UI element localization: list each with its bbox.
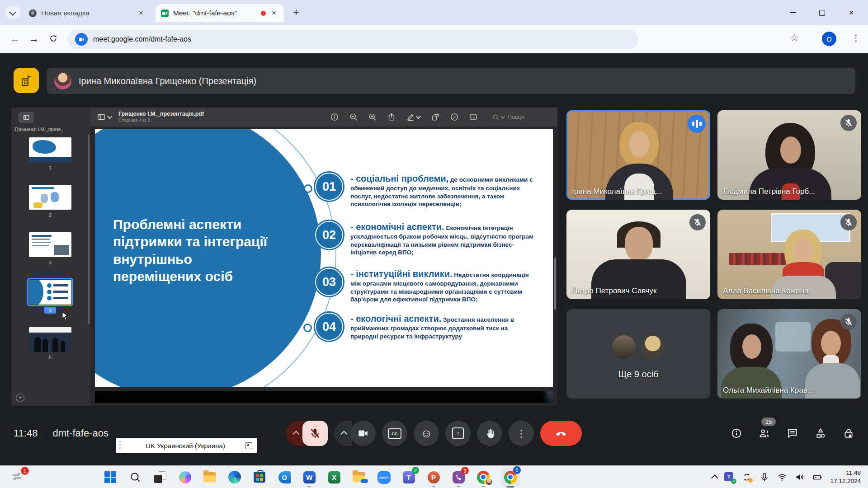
sidebar-zoom-icon[interactable]: +: [16, 394, 24, 402]
participant-tile-liudmyla[interactable]: Людмила Петрівна Горб...: [717, 110, 861, 200]
taskbar-zoom-button[interactable]: zoom: [377, 470, 391, 484]
tray-microphone-icon[interactable]: [760, 472, 769, 482]
taskbar-excel-button[interactable]: X: [327, 470, 341, 484]
more-participants-tile[interactable]: Ще 9 осіб: [566, 309, 710, 399]
pdf-search-field[interactable]: Пошук: [492, 114, 551, 121]
zoom-out-icon[interactable]: [349, 113, 358, 122]
windows-taskbar: 1: [0, 465, 868, 488]
participant-tile-petro[interactable]: Петро Петрович Савчук: [566, 210, 710, 299]
draw-icon[interactable]: [450, 113, 459, 122]
tab-close-icon[interactable]: ×: [269, 9, 278, 18]
tray-battery-icon[interactable]: [812, 472, 822, 482]
reactions-button[interactable]: ☺: [414, 421, 439, 446]
pdf-scrollbar[interactable]: [554, 258, 556, 310]
participants-button[interactable]: 15: [759, 427, 770, 439]
tray-wifi-icon[interactable]: [777, 472, 787, 482]
info-icon[interactable]: [330, 113, 339, 122]
taskbar-widgets-button[interactable]: 1: [10, 469, 26, 485]
participant-tile-olha[interactable]: Ольга Михайлівна Крав...: [717, 309, 861, 399]
pdf-thumbnail-3[interactable]: 3: [28, 232, 73, 266]
pdf-thumbnail-5[interactable]: 5: [28, 327, 73, 361]
meeting-code: dmt-fafe-aos: [52, 427, 108, 439]
new-tab-button[interactable]: +: [293, 6, 299, 18]
search-icon: [129, 471, 141, 483]
taskbar-start-button[interactable]: [103, 470, 118, 484]
taskbar-task-view-button[interactable]: [153, 470, 167, 484]
activities-button[interactable]: [815, 427, 826, 439]
pdf-thumbnail-2[interactable]: 2: [28, 185, 73, 219]
taskbar-store-button[interactable]: [252, 470, 267, 484]
browser-profile-avatar[interactable]: О: [822, 32, 836, 46]
windows-logo-icon: [104, 471, 116, 483]
taskbar-search-button[interactable]: [128, 470, 142, 484]
present-screen-button[interactable]: ↑: [445, 421, 471, 446]
rotate-icon[interactable]: [431, 113, 440, 122]
taskbar-powerpoint-button[interactable]: P: [426, 470, 441, 484]
pdf-sidebar-filename: Грищенко І.М._презе...: [15, 127, 86, 132]
raise-hand-button[interactable]: [477, 421, 502, 446]
avatar: [641, 335, 665, 359]
address-bar[interactable]: meet.google.com/dmt-fafe-aos: [68, 30, 638, 49]
mic-toggle-button[interactable]: [302, 421, 328, 446]
participant-tile-alla[interactable]: Алла Василівна Кожина: [717, 210, 861, 299]
forward-button[interactable]: →: [29, 33, 39, 45]
bookmark-star-icon[interactable]: ☆: [790, 33, 799, 43]
keyboard-layout-icon[interactable]: [245, 442, 252, 449]
tray-teams-icon[interactable]: T ✓: [724, 472, 734, 482]
pdf-thumbnail-4-selected[interactable]: 4: [28, 280, 73, 314]
page-number: 5: [47, 355, 54, 360]
leave-call-button[interactable]: [540, 421, 582, 446]
taskbar-clock[interactable]: 11:48 17.12.2024: [830, 469, 861, 485]
pdf-thumbnail-1[interactable]: 1: [28, 137, 73, 171]
mic-options-chevron[interactable]: [286, 421, 304, 446]
tab-close-icon[interactable]: ×: [137, 9, 146, 18]
camera-in-use-icon[interactable]: [75, 33, 88, 46]
taskbar-outlook-button[interactable]: O: [277, 470, 292, 484]
taskbar-chrome-profile1-button[interactable]: [476, 470, 491, 484]
thumbnail-preview: [29, 232, 71, 257]
participant-tile-iryna[interactable]: Ірина Миколаївна Грищ...: [566, 110, 710, 200]
drag-handle-icon[interactable]: [119, 441, 121, 450]
taskbar-file-explorer-button[interactable]: [203, 470, 217, 484]
taskbar-viber-button[interactable]: 3: [451, 470, 466, 484]
window-close-button[interactable]: ×: [844, 7, 858, 18]
tray-sync-icon[interactable]: [742, 472, 752, 482]
camera-options-chevron[interactable]: [334, 421, 352, 446]
taskbar-teams-button[interactable]: T ✓: [401, 470, 416, 484]
taskbar-word-button[interactable]: W: [302, 470, 316, 484]
taskbar-onedrive-button[interactable]: [352, 470, 366, 484]
captions-button[interactable]: CC: [382, 421, 407, 446]
window-maximize-button[interactable]: [815, 7, 829, 18]
pdf-sidebar-toggle[interactable]: [97, 113, 112, 122]
taskbar-copilot-button[interactable]: [178, 470, 192, 484]
tray-expand-chevron-icon[interactable]: [712, 474, 719, 482]
tab-title: Meet: "dmt-fafe-aos": [173, 9, 256, 17]
presentation-badge-icon[interactable]: [14, 68, 39, 93]
thumbnail-view-button[interactable]: [19, 112, 34, 123]
search-placeholder: Пошук: [508, 114, 525, 120]
form-icon[interactable]: [469, 113, 478, 122]
share-icon[interactable]: [387, 113, 396, 122]
markup-button[interactable]: [406, 113, 421, 122]
tab-meet[interactable]: Meet: "dmt-fafe-aos" ×: [156, 4, 284, 22]
avatar: [612, 335, 636, 359]
camera-toggle-button[interactable]: [350, 421, 376, 446]
presenter-banner[interactable]: Ірина Миколаївна Грищенко (Презентація): [47, 68, 855, 94]
reload-button[interactable]: [49, 34, 58, 43]
window-minimize-button[interactable]: [786, 7, 799, 18]
sidebar-scrollbar[interactable]: [88, 135, 90, 324]
taskbar-chrome-active-button[interactable]: 0: [501, 468, 520, 487]
host-controls-button[interactable]: [843, 427, 854, 439]
zoom-in-icon[interactable]: [368, 113, 377, 122]
tab-new-tab[interactable]: Новая вкладка ×: [24, 4, 151, 22]
chat-button[interactable]: [787, 427, 798, 439]
meeting-details-button[interactable]: [731, 427, 742, 439]
running-indicator: [482, 486, 485, 487]
browser-menu-icon[interactable]: ⋮: [852, 33, 860, 43]
more-options-button[interactable]: ⋮: [509, 421, 534, 446]
tray-speaker-icon[interactable]: [795, 472, 805, 482]
language-bar[interactable]: UK Украинский (Украина): [116, 438, 257, 453]
tab-search-button[interactable]: [5, 6, 21, 19]
taskbar-edge-button[interactable]: [227, 470, 242, 484]
back-button[interactable]: ←: [10, 33, 20, 45]
